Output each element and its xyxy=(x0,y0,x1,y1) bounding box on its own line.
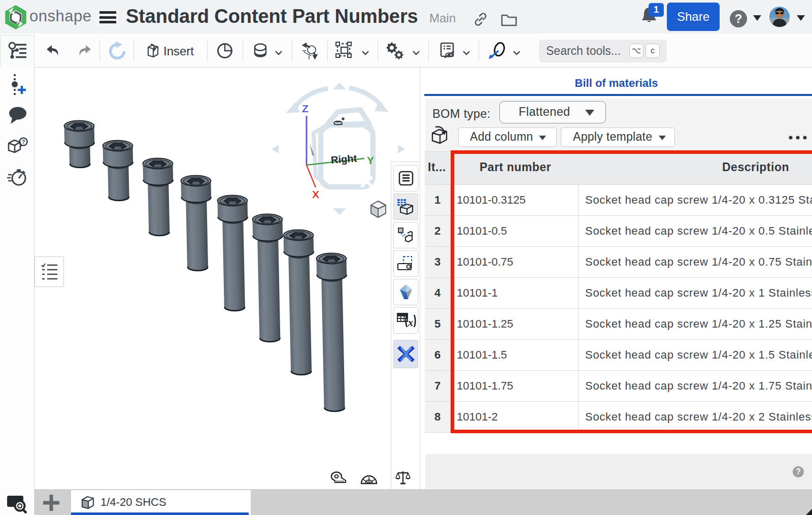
svg-text:X: X xyxy=(312,188,319,200)
svg-text:Y: Y xyxy=(367,154,374,166)
svg-text:?: ? xyxy=(22,139,25,145)
svg-text:Right: Right xyxy=(330,152,357,166)
svg-text:x: x xyxy=(408,317,413,328)
svg-text:Z: Z xyxy=(302,103,309,114)
